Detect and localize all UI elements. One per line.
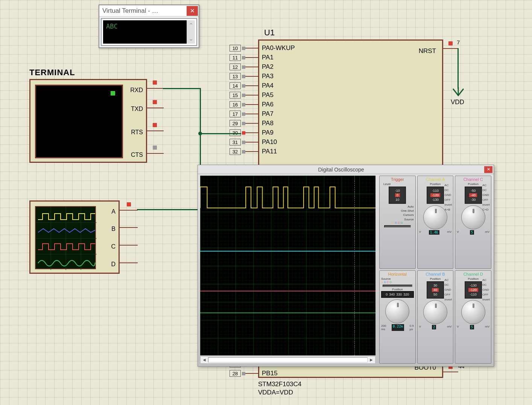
horiz-source-slider[interactable] (383, 285, 412, 287)
mcu-pin-pa1: 11PA1 (230, 53, 274, 62)
scroll-left-icon[interactable]: ◄ (201, 357, 208, 363)
mcu-pin-label: PA5 (262, 91, 274, 99)
mcu-pin-tick (245, 151, 259, 152)
mcu-pin-num: 11 (230, 54, 241, 61)
mcu-pin-dot (242, 150, 245, 153)
mcu-pin-tick (245, 67, 259, 67)
mcu-pin-tick (245, 104, 259, 105)
horiz-position[interactable]: 0340330320 (381, 291, 414, 298)
scroll-track[interactable] (208, 357, 368, 363)
mcu-pin-pa5: 15PA5 (230, 91, 274, 100)
mcu-pin-pa4: 14PA4 (230, 81, 274, 90)
mcu-pin-tick (245, 85, 259, 86)
mcu-pin-num: 14 (230, 82, 241, 89)
mcu-pin-pa7: 17PA7 (230, 109, 274, 118)
horiz-knob[interactable] (385, 299, 409, 323)
panel-horiz-title: Horizontal (381, 272, 414, 276)
cha-position[interactable]: -110-120-130 (427, 187, 444, 204)
mcu-pin-label: PA9 (262, 129, 274, 137)
panel-trigger-title: Trigger (381, 177, 414, 182)
panel-channel-d[interactable]: Channel D Position ACDC GNDOFF Invert -1… (455, 270, 491, 364)
oscil-a-dot (127, 202, 131, 206)
mcu-pin-tick (245, 142, 259, 143)
mcu-pin-label: PA10 (262, 138, 277, 146)
oscil-pin-d-label: D (111, 261, 116, 268)
panel-trigger[interactable]: Trigger Level -10 0 10 Auto One-Shot Cur… (379, 176, 416, 269)
chb-position[interactable]: 304050 (427, 281, 444, 299)
mcu-pin-label: PA4 (262, 82, 274, 89)
oscilloscope-title: Digital Oscilloscope (198, 167, 484, 173)
mcu-pin-pa9: 30PA9 (230, 128, 274, 137)
chc-position[interactable]: -50-40-30 (465, 187, 482, 204)
mcu-pin-dot (242, 47, 245, 50)
virtual-terminal-body: ABC ⌃ ⌄ (101, 18, 197, 46)
virtual-terminal-window[interactable]: Virtual Terminal - … ✕ ABC ⌃ ⌄ (99, 5, 199, 48)
panel-chc-title: Channel C (457, 177, 489, 182)
wire-seg-3 (200, 133, 241, 134)
mcu-pin-num: 12 (230, 64, 241, 70)
mcu-pin-tick (245, 48, 259, 49)
mcu-pin-pb15: 28PB15 (230, 369, 278, 378)
chd-mode-labels: ACDC GNDOFF Invert (482, 278, 490, 301)
chb-knob[interactable] (423, 300, 447, 324)
oscil-pin-d-tick (120, 262, 138, 263)
terminal-screen (35, 85, 123, 158)
mcu-boot0-tick (443, 372, 458, 372)
mcu-pin-dot (242, 122, 245, 125)
mcu-pin-num: 15 (230, 92, 241, 99)
terminal-component: RXD TXD RTS CTS (29, 79, 147, 163)
oscilloscope-titlebar[interactable]: Digital Oscilloscope ✕ (198, 165, 494, 174)
oscilloscope-icon-screen (35, 206, 96, 269)
oscilloscope-h-scrollbar[interactable]: ◄ ► (200, 356, 375, 364)
mcu-pin-dot (242, 94, 245, 97)
scroll-down-icon[interactable]: ⌄ (188, 35, 193, 42)
panel-horizontal[interactable]: Horizontal Source A B C D Position 03403… (379, 270, 416, 364)
trigger-cursor (354, 176, 355, 355)
scroll-up-icon[interactable]: ⌃ (188, 22, 193, 29)
panel-channel-c[interactable]: Channel C Position ACDC GNDOFF InvertC+D… (455, 176, 491, 269)
mcu-pin-dot (242, 84, 245, 88)
terminal-rxd-dot (153, 80, 157, 85)
virtual-terminal-titlebar[interactable]: Virtual Terminal - … ✕ (99, 5, 199, 17)
trigger-level-display[interactable]: -10 0 10 (389, 187, 406, 204)
virtual-terminal-title: Virtual Terminal - … (102, 7, 187, 15)
mcu-pin-num: 28 (230, 370, 241, 377)
chc-knob[interactable] (461, 205, 485, 229)
virtual-terminal-close-button[interactable]: ✕ (187, 6, 198, 16)
mcu-pin-num: 30 (230, 129, 241, 136)
trigger-source-slider[interactable] (384, 225, 411, 228)
mcu-pin-num: 32 (230, 148, 241, 155)
vdd-label: VDD (451, 99, 464, 106)
virtual-terminal-scrollbar[interactable]: ⌃ ⌄ (187, 20, 195, 44)
chd-knob[interactable] (461, 300, 485, 324)
mcu-vdda: VDDA=VDD (258, 389, 293, 396)
oscilloscope-display[interactable] (200, 176, 375, 355)
oscilloscope-close-button[interactable]: ✕ (484, 166, 492, 173)
mcu-pin-dot (242, 56, 245, 59)
cha-knob[interactable] (423, 205, 447, 229)
panel-channel-a[interactable]: Channel A Position ACDC GNDOFF InvertA+B… (417, 176, 454, 269)
terminal-pin-txd-tick (147, 108, 164, 108)
mcu-pin-num: 17 (230, 111, 241, 117)
oscil-pin-b-label: B (111, 226, 116, 232)
oscilloscope-window[interactable]: Digital Oscilloscope ✕ ◄ ► Trigger Level… (198, 165, 494, 367)
terminal-cts-dot (153, 146, 157, 150)
mcu-pin-num: 16 (230, 101, 241, 108)
oscil-pin-b-tick (120, 227, 138, 228)
oscil-pin-c-tick (120, 245, 138, 246)
mcu-pin-tick (245, 114, 259, 114)
wire-seg-1 (163, 88, 201, 89)
trace-channel-c (200, 291, 375, 291)
mcu-nrst-dot (448, 41, 453, 46)
chd-position[interactable]: -130-120-110 (465, 281, 482, 299)
terminal-pin-txd-label: TXD (131, 106, 143, 112)
scroll-right-icon[interactable]: ► (368, 357, 375, 363)
mcu-pin-label: PA7 (262, 110, 274, 118)
panel-channel-b[interactable]: Channel B Position ACDC GNDOFF Invert 30… (417, 270, 454, 364)
mcu-pin-tick (245, 373, 259, 374)
oscilloscope-controls: Trigger Level -10 0 10 Auto One-Shot Cur… (379, 176, 491, 364)
trigger-source[interactable]: A B C D (381, 221, 414, 224)
terminal-pin-rxd-label: RXD (130, 87, 143, 94)
mcu-pin-pa6: 16PA6 (230, 100, 274, 109)
horiz-source[interactable]: A B C D (381, 281, 414, 284)
